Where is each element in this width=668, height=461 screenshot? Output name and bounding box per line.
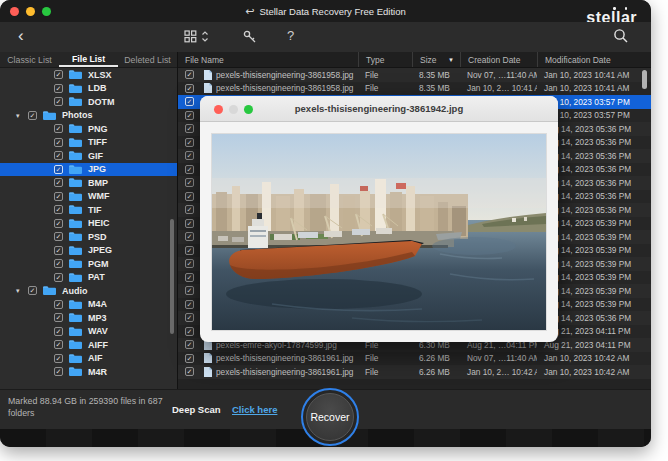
- checkbox[interactable]: ✓: [185, 313, 194, 322]
- tree-item-gif[interactable]: ✓GIF: [0, 149, 177, 163]
- tree-item-aiff[interactable]: ✓AIFF: [0, 338, 177, 352]
- tree-item-mp3[interactable]: ✓MP3: [0, 311, 177, 325]
- checkbox[interactable]: ✓: [185, 340, 194, 349]
- tab-deleted-list[interactable]: Deleted List: [118, 52, 177, 67]
- checkbox[interactable]: ✓: [54, 367, 63, 376]
- search-icon[interactable]: [613, 28, 629, 44]
- tree-item-bmp[interactable]: ✓BMP: [0, 176, 177, 190]
- tree-item-dotm[interactable]: ✓DOTM: [0, 95, 177, 109]
- checkbox[interactable]: ✓: [28, 286, 37, 295]
- tree-item-ldb[interactable]: ✓LDB: [0, 82, 177, 96]
- tree-item-jpeg[interactable]: ✓JPEG: [0, 244, 177, 258]
- zoom-icon[interactable]: [244, 105, 253, 114]
- tree-item-label: JPG: [88, 164, 106, 174]
- checkbox[interactable]: ✓: [54, 246, 63, 255]
- checkbox[interactable]: ✓: [54, 70, 63, 79]
- tree-item-m4a[interactable]: ✓M4A: [0, 298, 177, 312]
- tree-item-pat[interactable]: ✓PAT: [0, 271, 177, 285]
- checkbox[interactable]: ✓: [54, 300, 63, 309]
- checkbox[interactable]: ✓: [54, 232, 63, 241]
- tree-item-photos[interactable]: ▾✓Photos: [0, 109, 177, 123]
- tree-item-jpg[interactable]: ✓JPG: [0, 163, 177, 177]
- table-row[interactable]: ✓pexels-thisisengineering-3861961.jpgFil…: [178, 352, 651, 366]
- tree-item-tiff[interactable]: ✓TIFF: [0, 136, 177, 150]
- column-header-type[interactable]: Type: [358, 52, 412, 67]
- checkbox[interactable]: ✓: [28, 111, 37, 120]
- back-chevron-icon[interactable]: ‹: [18, 26, 24, 46]
- column-header-modification-date[interactable]: Modification Date: [537, 52, 651, 67]
- expand-arrow-icon[interactable]: ▾: [16, 287, 28, 294]
- tree-item-wav[interactable]: ✓WAV: [0, 325, 177, 339]
- tab-classic-list[interactable]: Classic List: [0, 52, 59, 67]
- checkbox[interactable]: ✓: [54, 151, 63, 160]
- checkbox[interactable]: ✓: [54, 205, 63, 214]
- recovery-wand-icon[interactable]: [243, 30, 257, 44]
- checkbox[interactable]: ✓: [54, 138, 63, 147]
- checkbox[interactable]: ✓: [54, 97, 63, 106]
- checkbox[interactable]: ✓: [185, 178, 194, 187]
- tree-item-xlsx[interactable]: ✓XLSX: [0, 68, 177, 82]
- checkbox[interactable]: ✓: [185, 273, 194, 282]
- checkbox[interactable]: ✓: [185, 259, 194, 268]
- checkbox[interactable]: ✓: [54, 84, 63, 93]
- checkbox[interactable]: ✓: [185, 165, 194, 174]
- tree-item-wmf[interactable]: ✓WMF: [0, 190, 177, 204]
- tree-item-pgm[interactable]: ✓PGM: [0, 257, 177, 271]
- close-icon[interactable]: [214, 105, 223, 114]
- checkbox[interactable]: ✓: [185, 70, 194, 79]
- checkbox[interactable]: ✓: [54, 340, 63, 349]
- table-scrollbar[interactable]: [642, 70, 647, 89]
- column-header-size[interactable]: Size▼: [412, 52, 460, 67]
- tree-item-audio[interactable]: ▾✓Audio: [0, 284, 177, 298]
- tree-item-tif[interactable]: ✓TIF: [0, 203, 177, 217]
- updown-chevron-icon[interactable]: [201, 30, 209, 43]
- table-row[interactable]: ✓pexels-thisisengineering-3861958.jpgFil…: [178, 68, 651, 82]
- grid-view-icon[interactable]: [184, 30, 197, 43]
- checkbox[interactable]: ✓: [54, 354, 63, 363]
- preview-window[interactable]: pexels-thisisengineering-3861942.jpg: [200, 96, 558, 342]
- checkbox[interactable]: ✓: [185, 138, 194, 147]
- checkbox[interactable]: ✓: [185, 111, 194, 120]
- sort-caret-icon[interactable]: ▼: [448, 57, 454, 63]
- checkbox[interactable]: ✓: [185, 97, 194, 106]
- checkbox[interactable]: ✓: [54, 124, 63, 133]
- tree-item-m4r[interactable]: ✓M4R: [0, 365, 177, 379]
- checkbox[interactable]: ✓: [185, 367, 194, 376]
- column-header-creation-date[interactable]: Creation Date: [460, 52, 537, 67]
- checkbox[interactable]: ✓: [185, 151, 194, 160]
- checkbox[interactable]: ✓: [54, 165, 63, 174]
- tree-item-psd[interactable]: ✓PSD: [0, 230, 177, 244]
- tree-scrollbar[interactable]: [170, 219, 174, 334]
- checkbox[interactable]: ✓: [54, 219, 63, 228]
- checkbox[interactable]: ✓: [54, 192, 63, 201]
- checkbox[interactable]: ✓: [54, 259, 63, 268]
- checkbox[interactable]: ✓: [54, 327, 63, 336]
- expand-arrow-icon[interactable]: ▾: [16, 112, 28, 119]
- checkbox[interactable]: ✓: [185, 192, 194, 201]
- checkbox[interactable]: ✓: [54, 178, 63, 187]
- checkbox[interactable]: ✓: [185, 327, 194, 336]
- checkbox[interactable]: ✓: [54, 273, 63, 282]
- help-icon[interactable]: ?: [287, 28, 294, 43]
- tab-file-list[interactable]: File List: [59, 52, 118, 67]
- column-header-file-name[interactable]: File Name: [178, 52, 358, 67]
- checkbox[interactable]: ✓: [185, 219, 194, 228]
- checkbox[interactable]: ✓: [185, 205, 194, 214]
- tree-item-label: AIF: [88, 353, 103, 363]
- deep-scan-link[interactable]: Click here: [232, 404, 277, 415]
- tree-item-png[interactable]: ✓PNG: [0, 122, 177, 136]
- table-row[interactable]: ✓pexels-thisisengineering-3861958.jpgFil…: [178, 82, 651, 96]
- minimize-icon[interactable]: [229, 105, 238, 114]
- checkbox[interactable]: ✓: [185, 286, 194, 295]
- tree-item-aif[interactable]: ✓AIF: [0, 352, 177, 366]
- recover-button[interactable]: Recover: [301, 388, 359, 446]
- checkbox[interactable]: ✓: [185, 354, 194, 363]
- checkbox[interactable]: ✓: [185, 232, 194, 241]
- checkbox[interactable]: ✓: [185, 124, 194, 133]
- checkbox[interactable]: ✓: [54, 313, 63, 322]
- checkbox[interactable]: ✓: [185, 300, 194, 309]
- table-row[interactable]: ✓pexels-thisisengineering-3861961.jpgFil…: [178, 365, 651, 379]
- tree-item-heic[interactable]: ✓HEIC: [0, 217, 177, 231]
- checkbox[interactable]: ✓: [185, 246, 194, 255]
- checkbox[interactable]: ✓: [185, 84, 194, 93]
